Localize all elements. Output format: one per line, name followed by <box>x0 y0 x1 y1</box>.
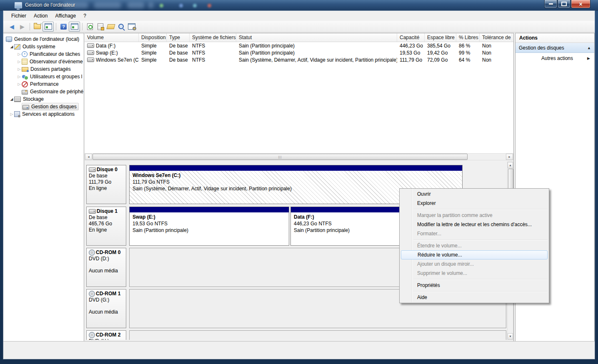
tree-item-performance[interactable]: ▷ Performance <box>3 80 97 88</box>
menu-action[interactable]: Action <box>30 12 51 20</box>
properties-button[interactable] <box>95 22 105 31</box>
column-header-volume[interactable]: Volume <box>85 33 139 42</box>
glass-artifact <box>193 4 197 7</box>
expander-expanded-icon[interactable]: ◢ <box>9 97 14 101</box>
scroll-left-arrow[interactable]: ◂ <box>85 154 92 160</box>
console-tree-icon <box>45 23 52 30</box>
cdrom1-tile[interactable]: CD-ROM 1 DVD (G:) Aucun média <box>86 289 126 328</box>
scroll-down-arrow[interactable]: ▾ <box>508 333 513 339</box>
column-header-disposition[interactable]: Disposition <box>139 33 167 42</box>
actions-group-disk-management[interactable]: Gestion des disques ▲ <box>515 43 594 53</box>
open-button[interactable] <box>105 22 116 31</box>
menu-fichier[interactable]: Fichier <box>8 12 30 20</box>
expander-expanded-icon[interactable]: ◢ <box>9 45 14 49</box>
device-manager-icon <box>22 90 28 95</box>
submenu-arrow-icon: ▶ <box>587 56 590 60</box>
toolbar-separator <box>56 23 56 30</box>
tree-item-dossiers-partages[interactable]: ▷ Dossiers partagés <box>3 65 97 73</box>
cdrom2-tile[interactable]: CD-ROM 2 DVD (H:) <box>86 330 126 340</box>
scroll-up-arrow[interactable]: ▴ <box>508 162 513 168</box>
column-header-tolerance[interactable]: Tolérance de <box>480 33 512 42</box>
task-scheduler-icon <box>22 51 28 57</box>
storage-icon <box>14 97 21 102</box>
back-button[interactable]: ◀ <box>7 22 17 31</box>
menu-affichage[interactable]: Affichage <box>51 12 80 20</box>
tree-item-services-applications[interactable]: ▷ Services et applications <box>3 110 90 118</box>
menu-item-reduire-volume[interactable]: Réduire le volume... <box>401 250 548 259</box>
tree-item-computer-management[interactable]: Gestion de l'ordinateur (local) <box>3 35 86 43</box>
expander-collapsed-icon[interactable]: ▷ <box>17 60 22 64</box>
menu-item-explorer[interactable]: Explorer <box>400 199 549 208</box>
volume-row-windows[interactable]: Windows Se7en (C:) Simple De base NTFS S… <box>85 56 513 63</box>
disk0-tile[interactable]: Disque 0 De base 111,79 Go En ligne <box>86 165 126 204</box>
minimize-button[interactable] <box>544 0 557 8</box>
column-header-type[interactable]: Type <box>167 33 190 42</box>
partition-color-bar <box>130 207 289 212</box>
glass-artifact <box>179 4 183 7</box>
app-window-icon <box>15 2 22 8</box>
menu-item-proprietes[interactable]: Propriétés <box>400 281 549 290</box>
show-actions-pane-button[interactable] <box>69 22 80 32</box>
column-header-pct-libres[interactable]: % Libres <box>456 33 480 42</box>
cdrom0-tile[interactable]: CD-ROM 0 DVD (D:) Aucun média <box>86 248 126 287</box>
partition-swap-e[interactable]: Swap (E:) 19,53 Go NTFS Sain (Partition … <box>129 207 289 246</box>
volume-icon <box>87 50 94 55</box>
magnifier-icon <box>118 24 124 29</box>
expander-collapsed-icon[interactable]: ▷ <box>17 75 22 79</box>
scrollbar-thumb[interactable]: ||| <box>93 154 468 160</box>
cdrom2-media-area[interactable] <box>129 330 506 340</box>
glass-reflection <box>127 2 145 8</box>
computer-icon <box>6 37 12 42</box>
menu-item-aide[interactable]: Aide <box>400 293 549 302</box>
scroll-right-arrow[interactable]: ▸ <box>506 154 513 160</box>
menu-item-modifier-lettre[interactable]: Modifier la lettre de lecteur et les che… <box>400 220 549 229</box>
toolbar: ◀ ▶ ↑ ? <box>3 21 595 32</box>
tree-item-planificateur[interactable]: ▷ Planificateur de tâches <box>3 50 97 58</box>
menu-item-ouvrir[interactable]: Ouvrir <box>400 189 549 199</box>
column-header-capacite[interactable]: Capacité <box>397 33 425 42</box>
volume-row-data[interactable]: Data (F:) Simple De base NTFS Sain (Part… <box>85 42 513 49</box>
show-console-tree-button[interactable] <box>43 22 54 32</box>
title-bar[interactable]: Gestion de l'ordinateur × <box>0 0 598 11</box>
folder-up-icon: ↑ <box>34 24 41 29</box>
forward-button[interactable]: ▶ <box>17 22 28 31</box>
maximize-button[interactable] <box>558 0 570 8</box>
tree-item-outils-systeme[interactable]: ◢ Outils système <box>3 43 90 50</box>
expander-collapsed-icon[interactable]: ▷ <box>17 67 22 71</box>
event-viewer-icon <box>22 59 28 65</box>
console-options-button[interactable] <box>126 22 137 31</box>
help-button[interactable]: ? <box>58 22 69 31</box>
find-button[interactable] <box>116 22 126 31</box>
partition-color-bar <box>130 165 462 171</box>
collapse-arrow-icon[interactable]: ▲ <box>587 46 591 50</box>
glass-artifact <box>208 4 211 7</box>
close-button[interactable]: × <box>571 0 590 8</box>
actions-item-autres-actions[interactable]: Autres actions ▶ <box>515 53 594 64</box>
tree-item-utilisateurs[interactable]: ▷ Utilisateurs et groupes l <box>3 73 97 80</box>
folder-up-button[interactable]: ↑ <box>32 22 43 31</box>
expander-collapsed-icon[interactable]: ▷ <box>9 112 14 116</box>
context-menu: Ouvrir Explorer Marquer la partition com… <box>399 188 549 303</box>
actions-pane-icon <box>71 23 78 30</box>
tree-item-stockage[interactable]: ◢ Stockage <box>3 95 90 103</box>
users-groups-icon <box>22 74 28 80</box>
refresh-button[interactable] <box>85 22 95 31</box>
properties-icon <box>98 23 103 30</box>
disk1-tile[interactable]: Disque 1 De base 465,76 Go En ligne <box>86 207 126 246</box>
glass-artifact <box>160 4 163 7</box>
column-header-statut[interactable]: Statut <box>236 33 397 42</box>
expander-collapsed-icon[interactable]: ▷ <box>17 52 22 56</box>
tree-item-observateur[interactable]: ▷ Observateur d'événeme <box>3 58 97 65</box>
hdd-icon <box>89 209 96 214</box>
menu-item-ajouter-miroir: Ajouter un disque miroir... <box>400 259 549 269</box>
volume-icon <box>87 57 94 62</box>
volume-row-swap[interactable]: Swap (E:) Simple De base NTFS Sain (Part… <box>85 49 513 56</box>
column-header-espace-libre[interactable]: Espace libre <box>425 33 456 42</box>
list-horizontal-scrollbar[interactable]: ◂ ||| ▸ <box>85 153 513 160</box>
window-title: Gestion de l'ordinateur <box>25 2 75 8</box>
volume-icon <box>87 43 94 48</box>
column-header-systeme-fichiers[interactable]: Système de fichiers <box>190 33 236 42</box>
menu-help[interactable]: ? <box>80 12 90 20</box>
toolbar-separator <box>30 23 30 30</box>
expander-collapsed-icon[interactable]: ▷ <box>17 82 22 86</box>
